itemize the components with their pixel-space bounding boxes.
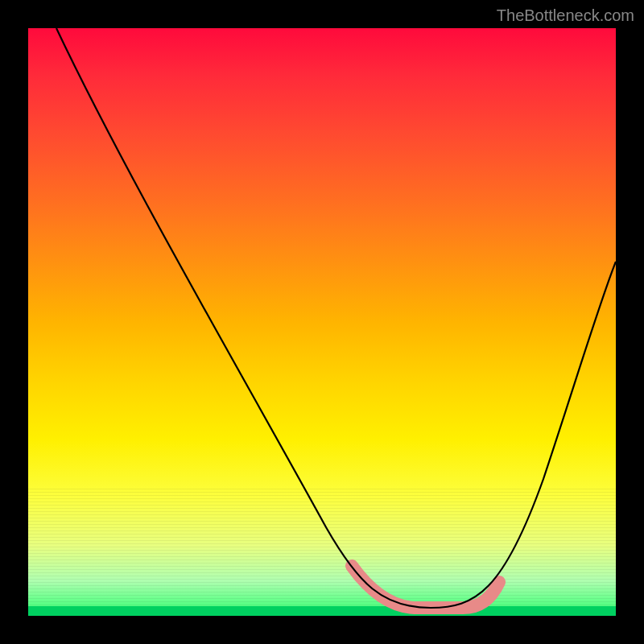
chart-highlight-segment xyxy=(352,566,499,608)
chart-container xyxy=(28,28,616,616)
chart-plot-area xyxy=(28,28,616,616)
chart-line-curve xyxy=(56,28,616,608)
watermark-text: TheBottleneck.com xyxy=(497,6,634,25)
chart-svg-layer xyxy=(28,28,616,616)
